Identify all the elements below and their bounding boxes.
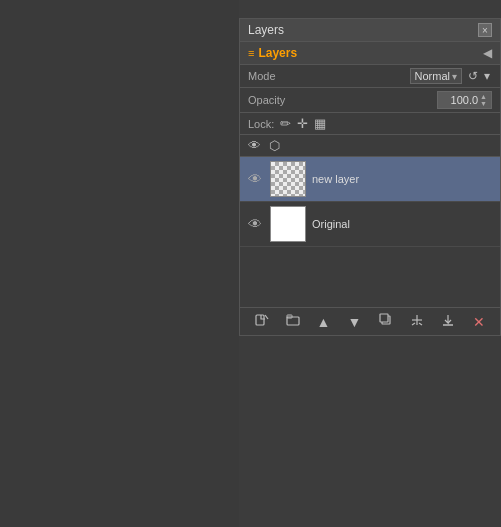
raise-layer-icon[interactable]: ▲: [313, 314, 335, 330]
mode-value: Normal: [415, 70, 450, 82]
title-bar: Layers ×: [240, 19, 500, 42]
layers-tab[interactable]: ≡ Layers: [248, 46, 297, 60]
mode-reset-icons: ↺ ▾: [466, 69, 492, 83]
opacity-spinner: ▲ ▼: [480, 93, 487, 107]
lock-position-icon[interactable]: ✛: [297, 116, 308, 131]
layers-spacer: [240, 247, 500, 307]
lock-all-icon[interactable]: ▦: [314, 116, 326, 131]
lock-row: Lock: ✏ ✛ ▦: [240, 113, 500, 135]
svg-line-9: [419, 323, 422, 325]
layer-name: Original: [312, 218, 494, 230]
lower-layer-icon[interactable]: ▼: [344, 314, 366, 330]
svg-rect-0: [256, 315, 264, 325]
tab-menu-icon[interactable]: ◀: [483, 46, 492, 60]
visibility-toggle-icon[interactable]: 👁: [248, 138, 261, 153]
duplicate-layer-icon[interactable]: [375, 313, 397, 330]
opacity-row: Opacity 100.0 ▲ ▼: [240, 88, 500, 113]
merge-layer-icon[interactable]: [437, 313, 459, 330]
layer-name: new layer: [312, 173, 494, 185]
layer-visibility-icon[interactable]: 👁: [246, 171, 264, 187]
tab-label: Layers: [258, 46, 297, 60]
opacity-down[interactable]: ▼: [480, 100, 487, 107]
opacity-up[interactable]: ▲: [480, 93, 487, 100]
layer-thumbnail: [270, 161, 306, 197]
svg-line-8: [412, 323, 415, 325]
new-layer-from-file-icon[interactable]: [251, 313, 273, 330]
panel-title: Layers: [248, 23, 284, 37]
link-icon[interactable]: ⬡: [269, 138, 280, 153]
mode-dropdown-arrow: ▾: [452, 71, 457, 82]
layer-visibility-icon[interactable]: 👁: [246, 216, 264, 232]
reset-icon[interactable]: ↺: [466, 69, 480, 83]
new-layer-group-icon[interactable]: [282, 313, 304, 330]
close-button[interactable]: ×: [478, 23, 492, 37]
layer-item[interactable]: 👁 new layer: [240, 157, 500, 202]
mode-dropdown[interactable]: Normal ▾: [410, 68, 462, 84]
tab-icon: ≡: [248, 47, 254, 59]
tab-bar: ≡ Layers ◀: [240, 42, 500, 65]
bottom-toolbar: ▲ ▼ ✕: [240, 307, 500, 335]
canvas-area: [0, 0, 239, 527]
mode-row: Mode Normal ▾ ↺ ▾: [240, 65, 500, 88]
delete-layer-icon[interactable]: ✕: [468, 314, 490, 330]
layer-list: 👁 new layer 👁 Original: [240, 157, 500, 247]
anchor-layer-icon[interactable]: [406, 313, 428, 330]
svg-line-1: [265, 315, 268, 319]
opacity-input[interactable]: 100.0 ▲ ▼: [437, 91, 492, 109]
lock-pixels-icon[interactable]: ✏: [280, 116, 291, 131]
opacity-value: 100.0: [442, 94, 478, 106]
layers-subtoolbar: 👁 ⬡: [240, 135, 500, 157]
mode-more-icon[interactable]: ▾: [482, 69, 492, 83]
opacity-label: Opacity: [248, 94, 285, 106]
layers-panel: Layers × ≡ Layers ◀ Mode Normal ▾ ↺ ▾ Op…: [239, 18, 501, 336]
close-icon: ×: [482, 25, 488, 36]
layer-thumbnail: [270, 206, 306, 242]
lock-label: Lock:: [248, 118, 274, 130]
mode-label: Mode: [248, 70, 276, 82]
svg-rect-5: [380, 314, 388, 322]
layer-item[interactable]: 👁 Original: [240, 202, 500, 247]
